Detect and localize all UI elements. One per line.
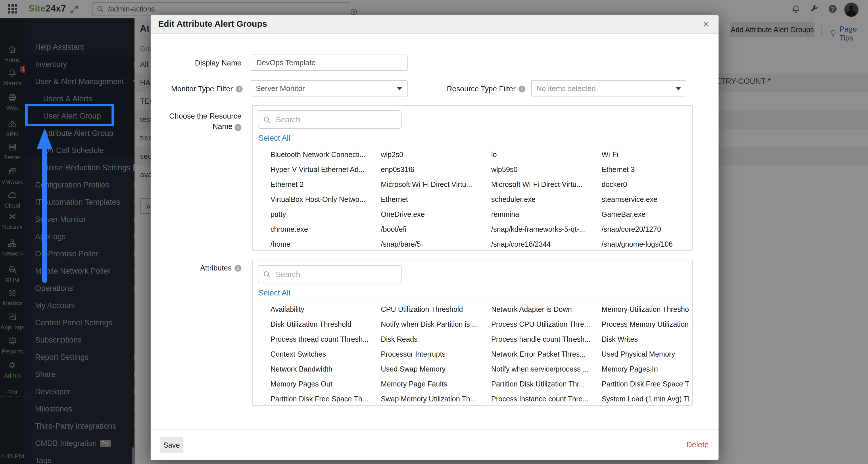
resource-item[interactable]: /snap/core18/2344: [491, 237, 601, 252]
attribute-item[interactable]: Notify when Disk Partition is ...: [381, 317, 491, 332]
resource-item[interactable]: Ethernet 2: [271, 177, 381, 192]
attribute-item[interactable]: Disk Reads: [381, 332, 491, 346]
resources-select-all-link[interactable]: Select All: [258, 134, 290, 143]
resource-item[interactable]: chrome.exe: [271, 222, 381, 237]
attribute-item[interactable]: Context Switches: [271, 346, 381, 362]
resource-item[interactable]: GameBar.exe: [601, 207, 689, 222]
monitor-type-filter-select[interactable]: Server Monitor: [251, 80, 408, 97]
attributes-label: Attributesi: [156, 264, 242, 272]
annotation-highlight-box: [25, 104, 114, 126]
edit-attribute-alert-groups-modal: Edit Attribute Alert Groups × Display Na…: [151, 15, 718, 460]
save-button[interactable]: Save: [160, 437, 183, 453]
resource-item[interactable]: Hyper-V Virtual Ethernet Ad...: [271, 162, 381, 177]
attribute-item[interactable]: Used Physical Memory: [601, 346, 689, 362]
resource-item[interactable]: /snap/bare/5: [381, 237, 491, 252]
attribute-item[interactable]: Processor Interrupts: [381, 346, 491, 362]
resource-item[interactable]: Ethernet 3: [601, 162, 689, 177]
resource-item[interactable]: /snap/kde-frameworks-5-qt-...: [491, 222, 601, 237]
footer-divider: [151, 429, 718, 430]
annotation-arrow-shaft: [42, 147, 47, 283]
attribute-item[interactable]: Partition Disk Utilization Thr...: [491, 376, 601, 391]
resource-item[interactable]: steamservice.exe: [601, 192, 689, 207]
divider: [253, 301, 692, 301]
attribute-item[interactable]: CPU Utilization Threshold: [381, 302, 491, 317]
search-icon: [263, 116, 271, 124]
attribute-item[interactable]: Process thread count Thresh...: [271, 332, 381, 346]
resource-item[interactable]: wlp59s0: [491, 162, 601, 177]
attribute-item[interactable]: System Load (1 min Avg) Thr...: [601, 391, 689, 406]
attributes-panel: Select All AvailabilityCPU Utilization T…: [252, 260, 693, 406]
attribute-item[interactable]: Process Memory Utilization ...: [601, 317, 689, 332]
attribute-item[interactable]: Process CPU Utilization Thre...: [491, 317, 601, 332]
resource-item[interactable]: scheduler.exe: [491, 192, 601, 207]
attributes-search: [258, 265, 402, 284]
attribute-item[interactable]: Memory Page Faults: [381, 376, 491, 391]
attribute-item[interactable]: Used Swap Memory: [381, 362, 491, 376]
resource-item[interactable]: /boot/efi: [381, 222, 491, 237]
display-name-label: Display Name: [156, 59, 242, 67]
resource-name-panel: Select All Bluetooth Network Connecti...…: [252, 105, 693, 251]
divider: [253, 146, 692, 146]
info-icon[interactable]: i: [235, 265, 242, 272]
resource-item[interactable]: /home: [271, 237, 381, 252]
chevron-down-icon: [676, 87, 681, 91]
attribute-item[interactable]: Disk Writes: [601, 332, 689, 346]
resource-item[interactable]: Microsoft Wi-Fi Direct Virtu...: [381, 177, 491, 192]
display-name-field: [251, 55, 408, 71]
chevron-down-icon: [397, 87, 402, 91]
attribute-item[interactable]: Process Instance count Thre...: [491, 391, 601, 406]
resource-item[interactable]: docker0: [601, 177, 689, 192]
resource-item[interactable]: OneDrive.exe: [381, 207, 491, 222]
attribute-item[interactable]: Memory Pages Out: [271, 376, 381, 391]
modal-title: Edit Attribute Alert Groups: [158, 19, 267, 29]
resource-search-input[interactable]: [275, 112, 397, 128]
attributes-search-input[interactable]: [275, 267, 397, 282]
attribute-item[interactable]: Memory Utilization Threshold: [601, 302, 689, 317]
display-name-input[interactable]: [256, 55, 400, 70]
attribute-item[interactable]: Memory Pages In: [601, 362, 689, 376]
attribute-item[interactable]: Process handle count Thresh...: [491, 332, 601, 346]
resource-item[interactable]: Wi-Fi: [601, 147, 689, 162]
resource-item[interactable]: Bluetooth Network Connecti...: [271, 147, 381, 162]
attributes-select-all-link[interactable]: Select All: [258, 289, 290, 297]
resource-type-filter-select[interactable]: No items selected: [531, 80, 686, 97]
attribute-item[interactable]: Partition Disk Free Space Th...: [271, 391, 381, 406]
attribute-item[interactable]: Network Error Packet Thres...: [491, 346, 601, 362]
site24x7-app: Site24x7 ?: [0, 0, 868, 464]
resource-search: [258, 110, 402, 129]
close-icon[interactable]: ×: [703, 18, 709, 30]
attribute-item[interactable]: Swap Memory Utilization Th...: [381, 391, 491, 406]
modal-header: Edit Attribute Alert Groups ×: [151, 15, 718, 34]
attribute-item[interactable]: Network Bandwidth: [271, 362, 381, 376]
resource-item[interactable]: enp0s31f6: [381, 162, 491, 177]
attribute-item[interactable]: Availability: [271, 302, 381, 317]
resource-item[interactable]: Microsoft Wi-Fi Direct Virtu...: [491, 177, 601, 192]
annotation-arrow-head: [37, 129, 52, 149]
info-icon[interactable]: i: [519, 86, 525, 93]
choose-resource-name-label: Choose the Resource Name i: [156, 111, 242, 132]
resource-item[interactable]: VirtualBox Host-Only Netwo...: [271, 192, 381, 207]
resource-item[interactable]: /snap/gnome-logs/106: [601, 237, 689, 252]
resource-item[interactable]: remmina: [491, 207, 601, 222]
attribute-item[interactable]: Network Adapter is Down: [491, 302, 601, 317]
resource-type-filter-label: Resource Type Filteri: [415, 85, 525, 93]
resource-item[interactable]: Ethernet: [381, 192, 491, 207]
monitor-type-filter-label: Monitor Type Filteri: [156, 85, 243, 93]
search-icon: [263, 270, 271, 278]
resource-item[interactable]: putty: [271, 207, 381, 222]
info-icon[interactable]: i: [236, 86, 243, 93]
attribute-item[interactable]: Notify when service/process ...: [491, 362, 601, 376]
attribute-item[interactable]: Disk Utilization Threshold: [271, 317, 381, 332]
resource-item[interactable]: /snap/core20/1270: [601, 222, 689, 237]
resource-item[interactable]: lo: [491, 147, 601, 162]
delete-link[interactable]: Delete: [686, 440, 709, 450]
resource-item[interactable]: wlp2s0: [381, 147, 491, 162]
attribute-item[interactable]: Partition Disk Free Space Th...: [601, 376, 689, 391]
info-icon[interactable]: i: [235, 124, 242, 131]
